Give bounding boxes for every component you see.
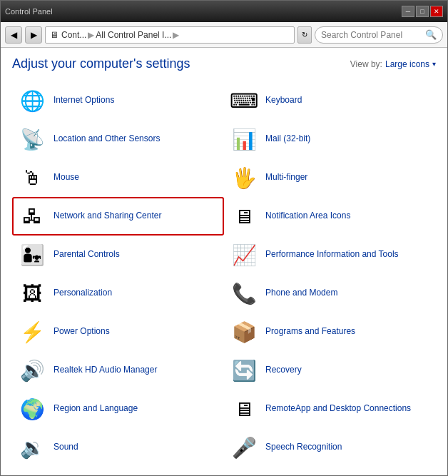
- item-label-realtek[interactable]: Realtek HD Audio Manager: [54, 365, 157, 376]
- item-label-location-sensors[interactable]: Location and Other Sensors: [54, 133, 160, 145]
- control-item-power-options[interactable]: ⚡ Power Options: [12, 313, 224, 351]
- view-by-arrow[interactable]: ▾: [432, 60, 436, 68]
- control-item-personalization[interactable]: 🖼 Personalization: [12, 274, 224, 313]
- content-area: Adjust your computer's settings View by:…: [1, 48, 447, 475]
- address-refresh[interactable]: ↻: [297, 26, 312, 44]
- breadcrumb-part1: Cont...: [61, 30, 86, 40]
- control-item-region-language[interactable]: 🌍 Region and Language: [12, 390, 224, 428]
- title-bar-left: Control Panel: [5, 7, 53, 16]
- address-bar: ◀ ▶ 🖥 Cont... ▶ All Control Panel I... ▶…: [1, 22, 447, 48]
- item-icon-phone-modem: 📞: [230, 279, 258, 308]
- item-icon-mail: 📊: [230, 125, 258, 153]
- item-icon-system: 💻: [230, 472, 258, 475]
- item-icon-sound: 🔉: [18, 433, 46, 462]
- item-label-region-language[interactable]: Region and Language: [54, 403, 138, 415]
- forward-button[interactable]: ▶: [25, 26, 42, 44]
- item-label-keyboard[interactable]: Keyboard: [265, 95, 302, 106]
- item-label-notification-area[interactable]: Notification Area Icons: [265, 211, 350, 222]
- item-icon-mouse: 🖱: [18, 163, 46, 192]
- control-item-phone-modem[interactable]: 📞 Phone and Modem: [224, 274, 436, 313]
- forward-icon: ▶: [31, 30, 37, 40]
- item-icon-notification-area: 🖥: [230, 202, 258, 231]
- page-title: Adjust your computer's settings: [12, 56, 190, 71]
- control-item-multi-finger[interactable]: 🖐 Multi-finger: [224, 158, 436, 197]
- items-grid: 🌐 Internet Options ⌨ Keyboard 📡 Location…: [12, 81, 436, 475]
- item-icon-network-sharing: 🖧: [18, 202, 46, 231]
- item-icon-recovery: 🔄: [230, 356, 258, 385]
- control-item-system[interactable]: 💻 System: [224, 467, 436, 475]
- control-item-programs-features[interactable]: 📦 Programs and Features: [224, 313, 436, 351]
- item-label-power-options[interactable]: Power Options: [54, 326, 110, 338]
- control-item-recovery[interactable]: 🔄 Recovery: [224, 351, 436, 390]
- item-icon-location-sensors: 📡: [18, 125, 46, 153]
- control-item-notification-area[interactable]: 🖥 Notification Area Icons: [224, 197, 436, 236]
- item-label-performance[interactable]: Performance Information and Tools: [265, 249, 399, 260]
- item-icon-parental-controls: 👨‍👧: [18, 240, 46, 269]
- item-label-internet-options[interactable]: Internet Options: [54, 95, 114, 106]
- breadcrumb-sep1: ▶: [88, 30, 94, 40]
- item-icon-remoteapp: 🖥: [230, 395, 258, 423]
- close-button[interactable]: ✕: [430, 6, 443, 17]
- control-item-remoteapp[interactable]: 🖥 RemoteApp and Desktop Connections: [224, 390, 436, 428]
- item-icon-keyboard: ⌨: [230, 86, 258, 115]
- address-path[interactable]: 🖥 Cont... ▶ All Control Panel I... ▶: [45, 26, 295, 44]
- control-item-keyboard[interactable]: ⌨ Keyboard: [224, 81, 436, 120]
- control-item-location-sensors[interactable]: 📡 Location and Other Sensors: [12, 120, 224, 158]
- control-item-internet-options[interactable]: 🌐 Internet Options: [12, 81, 224, 120]
- item-icon-internet-options: 🌐: [18, 86, 46, 115]
- item-label-recovery[interactable]: Recovery: [265, 365, 302, 376]
- control-panel-window: Control Panel ─ □ ✕ ◀ ▶ 🖥 Cont... ▶ All …: [0, 0, 448, 476]
- item-label-speech-recognition[interactable]: Speech Recognition: [265, 442, 342, 453]
- breadcrumb-part2: All Control Panel I...: [96, 30, 171, 40]
- title-bar-text: Control Panel: [5, 7, 53, 16]
- control-item-parental-controls[interactable]: 👨‍👧 Parental Controls: [12, 236, 224, 274]
- item-label-multi-finger[interactable]: Multi-finger: [265, 172, 307, 183]
- search-icon: 🔍: [425, 29, 437, 40]
- maximize-button[interactable]: □: [416, 6, 429, 17]
- view-by-label: View by:: [350, 59, 382, 69]
- breadcrumb-sep2: ▶: [173, 30, 179, 40]
- item-label-sound[interactable]: Sound: [54, 442, 78, 453]
- minimize-button[interactable]: ─: [402, 6, 414, 17]
- refresh-icon: ↻: [302, 31, 307, 39]
- title-bar: Control Panel ─ □ ✕: [1, 1, 447, 22]
- item-label-mouse[interactable]: Mouse: [54, 172, 79, 183]
- item-icon-sync-center: 🔃: [18, 472, 46, 475]
- search-input[interactable]: [321, 30, 422, 40]
- control-item-sound[interactable]: 🔉 Sound: [12, 428, 224, 467]
- item-icon-programs-features: 📦: [230, 318, 258, 346]
- title-bar-controls: ─ □ ✕: [402, 6, 443, 17]
- item-icon-multi-finger: 🖐: [230, 163, 258, 192]
- control-item-speech-recognition[interactable]: 🎤 Speech Recognition: [224, 428, 436, 467]
- item-icon-region-language: 🌍: [18, 395, 46, 423]
- back-button[interactable]: ◀: [5, 26, 22, 44]
- item-label-programs-features[interactable]: Programs and Features: [265, 326, 355, 338]
- path-icon: 🖥: [50, 30, 58, 40]
- control-item-mail[interactable]: 📊 Mail (32-bit): [224, 120, 436, 158]
- item-label-mail[interactable]: Mail (32-bit): [265, 133, 310, 145]
- search-box[interactable]: 🔍: [315, 26, 443, 44]
- control-item-network-sharing[interactable]: 🖧 Network and Sharing Center: [12, 197, 224, 236]
- control-item-realtek[interactable]: 🔊 Realtek HD Audio Manager: [12, 351, 224, 390]
- item-label-personalization[interactable]: Personalization: [54, 288, 112, 299]
- item-label-phone-modem[interactable]: Phone and Modem: [265, 288, 337, 299]
- control-item-performance[interactable]: 📈 Performance Information and Tools: [224, 236, 436, 274]
- item-icon-personalization: 🖼: [18, 279, 46, 308]
- main-area: Adjust your computer's settings View by:…: [1, 48, 447, 475]
- item-label-parental-controls[interactable]: Parental Controls: [54, 249, 120, 260]
- control-item-sync-center[interactable]: 🔃 Sync Center: [12, 467, 224, 475]
- view-by-value[interactable]: Large icons: [385, 59, 429, 69]
- item-icon-realtek: 🔊: [18, 356, 46, 385]
- view-by-control[interactable]: View by: Large icons ▾: [350, 59, 436, 69]
- back-icon: ◀: [11, 30, 17, 40]
- item-icon-speech-recognition: 🎤: [230, 433, 258, 462]
- control-item-mouse[interactable]: 🖱 Mouse: [12, 158, 224, 197]
- item-icon-power-options: ⚡: [18, 318, 46, 346]
- item-label-remoteapp[interactable]: RemoteApp and Desktop Connections: [265, 403, 411, 415]
- item-icon-performance: 📈: [230, 240, 258, 269]
- item-label-network-sharing[interactable]: Network and Sharing Center: [54, 211, 161, 222]
- content-header: Adjust your computer's settings View by:…: [12, 56, 436, 71]
